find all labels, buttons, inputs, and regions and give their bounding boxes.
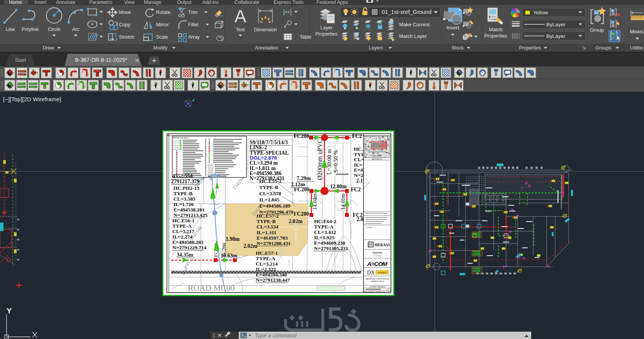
- svg-text:L=30.00 m: L=30.00 m: [326, 149, 332, 175]
- svg-text:Rotate: Rotate: [156, 10, 170, 15]
- svg-text:MRS-RH-PHG-AHD-DR-C402: MRS-RH-PHG-AHD-DR-C402: [364, 291, 385, 293]
- svg-text:Line: Line: [6, 27, 15, 32]
- svg-text:Annotate: Annotate: [56, 0, 75, 5]
- svg-text:TYPE-A: TYPE-A: [314, 224, 334, 230]
- svg-text:Trim: Trim: [188, 10, 198, 15]
- svg-text:TYPE-B: TYPE-B: [257, 218, 276, 224]
- svg-text:FC2: FC2: [353, 212, 363, 218]
- svg-text:Match Layer: Match Layer: [399, 33, 427, 39]
- svg-text:N=2791288.431: N=2791288.431: [257, 240, 291, 246]
- svg-text:4552.554: 4552.554: [172, 173, 193, 179]
- svg-text:[−][Top][2D Wireframe]: [−][Top][2D Wireframe]: [3, 96, 61, 102]
- svg-text:Layer: Layer: [320, 25, 332, 31]
- svg-text:FC200: FC200: [294, 187, 309, 192]
- svg-text:SITE PLAN: SITE PLAN: [372, 155, 382, 157]
- svg-text:HC.E64-2: HC.E64-2: [314, 218, 336, 224]
- svg-text:HC.E57-2: HC.E57-2: [257, 213, 279, 219]
- svg-text:Mirror: Mirror: [156, 22, 169, 27]
- svg-text:Move: Move: [119, 10, 131, 15]
- svg-text:Redefined: Redefined: [378, 272, 386, 274]
- svg-text:14.01m: 14.01m: [340, 194, 346, 210]
- svg-text:HC.PH2-13: HC.PH2-13: [173, 185, 199, 191]
- svg-text:DRAINAGE KEY :: DRAINAGE KEY :: [173, 137, 189, 139]
- svg-text:2.1: 2.1: [356, 178, 363, 184]
- svg-text:N=2791213.425: N=2791213.425: [173, 212, 208, 218]
- svg-text:Express Tools: Express Tools: [274, 0, 304, 5]
- svg-text:consultants: consultants: [373, 255, 382, 257]
- svg-text:ROAD MC00: ROAD MC00: [188, 283, 234, 293]
- svg-text:IL=1.911: IL=1.911: [257, 230, 277, 235]
- svg-text:E=494586.189: E=494586.189: [259, 203, 291, 209]
- svg-text:ByLayer: ByLayer: [546, 33, 566, 39]
- svg-text:Properties: Properties: [519, 45, 541, 51]
- svg-text:N=2791305.231: N=2791305.231: [314, 245, 348, 251]
- svg-text:Type a command: Type a command: [255, 332, 297, 339]
- svg-text:Arc: Arc: [72, 27, 80, 32]
- svg-text:E=494538.281: E=494538.281: [173, 207, 205, 213]
- svg-text:Yellow: Yellow: [533, 10, 548, 15]
- svg-text:IL=1.845: IL=1.845: [259, 197, 280, 203]
- svg-text:CL=3.214: CL=3.214: [256, 261, 278, 267]
- svg-text:Block: Block: [452, 45, 464, 51]
- svg-text:(SHEET 2 OF 3): (SHEET 2 OF 3): [371, 280, 384, 282]
- svg-text:14.04m: 14.04m: [312, 194, 318, 210]
- svg-text:AS INDICATED @A1: AS INDICATED @A1: [370, 286, 385, 288]
- svg-text:Annotation: Annotation: [255, 45, 278, 51]
- svg-text:FC200: FC200: [294, 133, 309, 139]
- svg-text:Polyline: Polyline: [22, 27, 39, 32]
- svg-text:E=494609.230: E=494609.230: [314, 240, 345, 246]
- svg-text:Array: Array: [188, 34, 200, 40]
- svg-text:Stretch: Stretch: [119, 34, 134, 40]
- svg-text:Match: Match: [489, 27, 502, 32]
- svg-text:TYPE-A: TYPE-A: [256, 256, 275, 261]
- svg-text:CL=3.412: CL=3.412: [314, 229, 336, 235]
- svg-text:A: A: [234, 6, 246, 26]
- svg-text:IL=1.726: IL=1.726: [173, 201, 194, 207]
- svg-text:Draw: Draw: [42, 45, 54, 51]
- svg-text:Home: Home: [9, 0, 22, 5]
- svg-text:B-367-DR-8-11-2025*: B-367-DR-8-11-2025*: [75, 57, 127, 63]
- svg-text:N=2791238.447: N=2791238.447: [256, 277, 290, 283]
- svg-text:Text: Text: [236, 27, 245, 32]
- svg-text:Output: Output: [177, 0, 192, 5]
- svg-text:Groups: Groups: [596, 45, 612, 51]
- svg-text:Start: Start: [15, 57, 26, 63]
- svg-text:TYPE-A: TYPE-A: [172, 223, 192, 229]
- svg-text:N=2: N=2: [354, 172, 363, 178]
- svg-text:HC.E55-2: HC.E55-2: [259, 178, 282, 184]
- svg-text:FC2: FC2: [351, 187, 361, 192]
- svg-text:Ø200mm uPVC: Ø200mm uPVC: [316, 139, 323, 180]
- svg-text:Parametric: Parametric: [89, 0, 112, 5]
- svg-text:N=2791229.714: N=2791229.714: [172, 245, 207, 250]
- svg-text:7.29m: 7.29m: [297, 175, 311, 181]
- svg-text:Featured Apps: Featured Apps: [316, 0, 348, 5]
- svg-text:2.02m: 2.02m: [243, 243, 258, 249]
- svg-text:Measur: Measur: [630, 29, 644, 34]
- svg-text:Dimension: Dimension: [254, 27, 277, 32]
- svg-text:Utilitie: Utilitie: [630, 45, 643, 51]
- svg-text:TYPE-B: TYPE-B: [173, 191, 193, 196]
- svg-text:Properties: Properties: [484, 33, 507, 39]
- svg-text:ByLayer: ByLayer: [546, 22, 566, 27]
- svg-text:View: View: [124, 0, 135, 5]
- svg-text:Manage: Manage: [144, 0, 161, 5]
- svg-text:Layers: Layers: [369, 45, 383, 51]
- svg-text:HC.E56-1: HC.E56-1: [172, 218, 195, 223]
- svg-text:Insert: Insert: [34, 0, 47, 5]
- svg-text:MERAAS: MERAAS: [374, 243, 390, 247]
- svg-text:Modify: Modify: [153, 45, 168, 51]
- svg-text:A≡COM: A≡COM: [367, 261, 387, 267]
- svg-text:IL=1.925: IL=1.925: [314, 235, 335, 240]
- svg-text:Table: Table: [300, 34, 311, 40]
- svg-text:S=0.50 %: S=0.50 %: [333, 150, 339, 173]
- svg-text:2.02m: 2.02m: [289, 218, 303, 224]
- svg-text:1: 1: [167, 134, 169, 137]
- svg-text:Group: Group: [590, 27, 604, 33]
- svg-text:E=494588.283: E=494588.283: [172, 239, 204, 245]
- svg-text:HC.E57-1: HC.E57-1: [256, 250, 278, 256]
- svg-text:Copy: Copy: [119, 22, 131, 27]
- svg-text:Make Current: Make Current: [399, 22, 430, 27]
- svg-text:E=494597.703: E=494597.703: [257, 235, 288, 241]
- svg-text:DRAINAGE LAYOUT PLAN: DRAINAGE LAYOUT PLAN: [365, 278, 389, 280]
- svg-text:Add-ins: Add-ins: [202, 0, 219, 5]
